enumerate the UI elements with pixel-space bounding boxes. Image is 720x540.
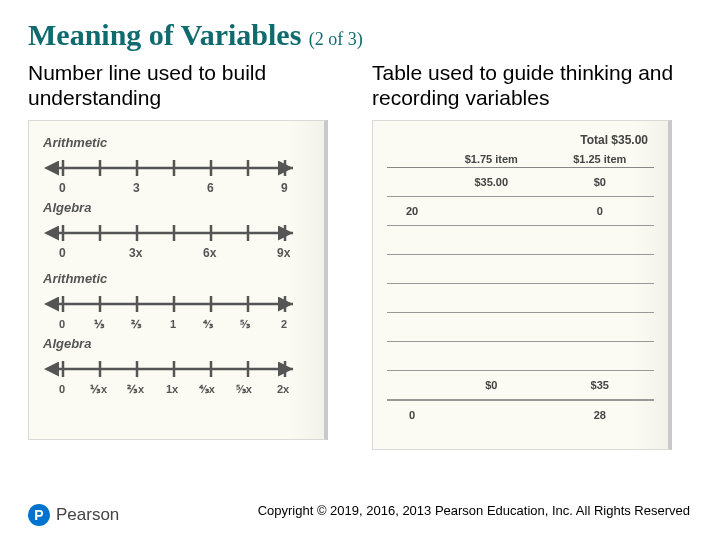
- table-row: [387, 342, 654, 371]
- label-algebra-1: Algebra: [43, 200, 310, 215]
- cell: $0: [546, 176, 655, 188]
- columns: Number line used to build understanding …: [28, 60, 692, 450]
- table-row: [387, 226, 654, 255]
- numberline-panel: Arithmetic 0 3 6 9: [28, 120, 328, 440]
- logo-text: Pearson: [56, 505, 119, 525]
- cell: 20: [387, 205, 437, 217]
- tick: 0: [59, 318, 65, 330]
- tick: ⅔x: [127, 383, 145, 395]
- tick: 2x: [277, 383, 290, 395]
- left-column: Number line used to build understanding …: [28, 60, 348, 450]
- data-table: Total $35.00 $1.75 item $1.25 item $35.0…: [387, 131, 654, 429]
- cell: 0: [387, 409, 437, 421]
- right-header: Table used to guide thinking and recordi…: [372, 60, 692, 110]
- label-algebra-2: Algebra: [43, 336, 310, 351]
- tick: 6x: [203, 246, 217, 260]
- tick: ⁵⁄₃x: [236, 383, 253, 395]
- table-row: [387, 313, 654, 342]
- tick: 0: [59, 383, 65, 395]
- table-header: $1.75 item $1.25 item: [387, 153, 654, 168]
- tick: 1x: [166, 383, 179, 395]
- title-sub: (2 of 3): [309, 29, 363, 49]
- col-head-1: $1.75 item: [437, 153, 546, 167]
- cell: 28: [546, 409, 655, 421]
- tick: ⁴⁄₃: [203, 318, 214, 330]
- tick: 3x: [129, 246, 143, 260]
- cell: $35.00: [437, 176, 546, 188]
- table-total: Total $35.00: [387, 131, 654, 153]
- table-foot-row: 0 28: [387, 400, 654, 429]
- label-arithmetic-2: Arithmetic: [43, 271, 310, 286]
- tick: 9: [281, 181, 288, 195]
- col-head-2: $1.25 item: [546, 153, 655, 167]
- logo-icon: P: [28, 504, 50, 526]
- tick: 1: [170, 318, 176, 330]
- tick: 6: [207, 181, 214, 195]
- right-column: Table used to guide thinking and recordi…: [372, 60, 692, 450]
- tick: 9x: [277, 246, 291, 260]
- copyright: Copyright © 2019, 2016, 2013 Pearson Edu…: [258, 503, 690, 518]
- title-text: Meaning of Variables: [28, 18, 301, 51]
- tick: ⁴⁄₃x: [199, 383, 216, 395]
- tick: ⅓: [94, 318, 105, 330]
- brand-logo: P Pearson: [28, 504, 119, 526]
- page-title: Meaning of Variables (2 of 3): [28, 18, 692, 52]
- table-row: $0 $35: [387, 371, 654, 400]
- numberline-arith-1: 0 3 6 9: [43, 152, 303, 196]
- label-arithmetic-1: Arithmetic: [43, 135, 310, 150]
- tick: 0: [59, 246, 66, 260]
- table-row: [387, 255, 654, 284]
- tick: ⁵⁄₃: [240, 318, 251, 330]
- tick: 2: [281, 318, 287, 330]
- tick: ⅔: [131, 318, 142, 330]
- table-row: $35.00 $0: [387, 168, 654, 197]
- left-header: Number line used to build understanding: [28, 60, 348, 110]
- tick: 0: [59, 181, 66, 195]
- numberline-alg-1: 0 3x 6x 9x: [43, 217, 303, 261]
- cell: $35: [546, 379, 655, 391]
- table-panel: Total $35.00 $1.75 item $1.25 item $35.0…: [372, 120, 672, 450]
- cell: 0: [546, 205, 655, 217]
- table-row: [387, 284, 654, 313]
- tick: 3: [133, 181, 140, 195]
- numberline-arith-2: 0 ⅓ ⅔ 1 ⁴⁄₃ ⁵⁄₃ 2: [43, 288, 303, 332]
- table-row: 20 0: [387, 197, 654, 226]
- numberline-alg-2: 0 ⅓x ⅔x 1x ⁴⁄₃x ⁵⁄₃x 2x: [43, 353, 303, 397]
- cell: $0: [437, 379, 546, 391]
- tick: ⅓x: [90, 383, 108, 395]
